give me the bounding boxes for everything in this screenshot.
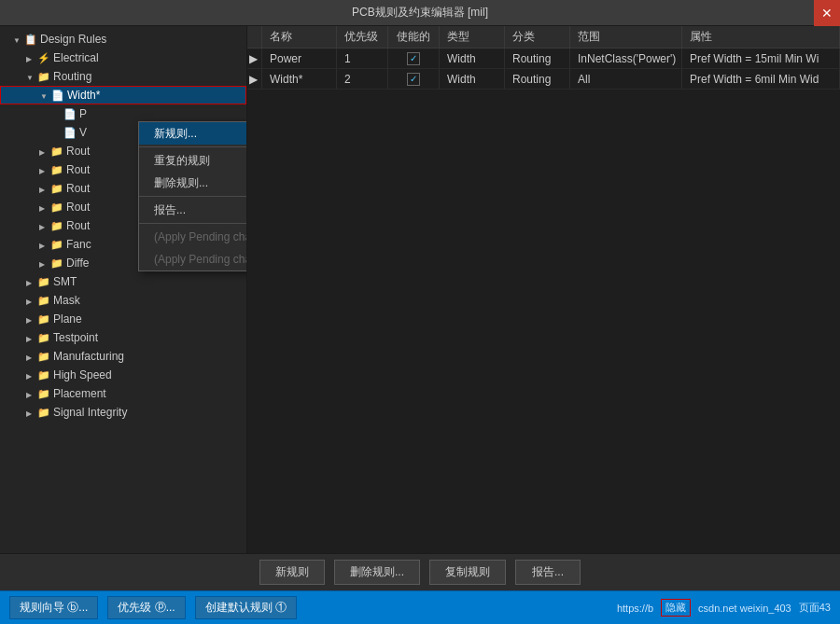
arrow-signal-integrity [26, 408, 35, 417]
testpoint-icon: 📁 [37, 332, 50, 343]
width-icon: 📄 [51, 90, 64, 101]
arrow-rout2 [39, 165, 49, 174]
table-row[interactable]: ▶ Power 1 Width Routing InNetClass('Powe… [247, 49, 840, 69]
arrow-routing [26, 72, 35, 81]
signal-integrity-icon: 📁 [37, 407, 50, 418]
main-content: 📋 Design Rules ⚡ Electrical 📁 Routing 📄 … [0, 26, 840, 553]
header-priority[interactable]: 优先级 [337, 26, 388, 48]
context-menu-sep2 [139, 196, 247, 197]
create-default-rules-button[interactable]: 创建默认规则 ① [195, 596, 297, 619]
row2-attr: Pref Width = 6mil Min Wid [682, 69, 840, 89]
context-menu-delete-rule[interactable]: 删除规则... [139, 172, 247, 194]
diffe-icon: 📁 [50, 257, 63, 269]
tree-item-smt[interactable]: 📁 SMT [0, 272, 246, 291]
context-menu-import-rules: (Apply Pending changes first) Import Rul… [139, 248, 247, 270]
delete-rule-button[interactable]: 删除规则... [334, 560, 420, 585]
row1-priority: 1 [337, 49, 388, 68]
tree-item-mask[interactable]: 📁 Mask [0, 291, 246, 310]
rule-wizard-button[interactable]: 规则向导 ⓑ... [9, 596, 98, 619]
status-url-red[interactable]: 隐藏 [661, 599, 691, 617]
rout5-icon: 📁 [50, 220, 63, 231]
tree-item-testpoint[interactable]: 📁 Testpoint [0, 328, 246, 347]
table-row[interactable]: ▶ Width* 2 Width Routing All Pref Width … [247, 69, 840, 90]
tree-item-signal-integrity[interactable]: 📁 Signal Integrity [0, 403, 246, 422]
tree-item-electrical[interactable]: ⚡ Electrical [0, 49, 246, 67]
context-menu-export-rules: (Apply Pending changes first) Export Rul… [139, 226, 247, 248]
row1-checkbox[interactable] [407, 52, 420, 65]
header-name: 名称 [262, 26, 337, 48]
tree-item-placement[interactable]: 📁 Placement [0, 384, 246, 403]
copy-rule-button[interactable]: 复制规则 [429, 560, 506, 585]
width-p-icon: 📄 [63, 108, 77, 119]
new-rule-button[interactable]: 新规则 [259, 560, 325, 585]
row1-enabled [388, 49, 440, 68]
report-button[interactable]: 报告... [515, 560, 581, 585]
arrow-rout4 [39, 202, 49, 212]
placement-icon: 📁 [37, 388, 50, 399]
context-menu-new-rule[interactable]: 新规则... [139, 122, 247, 145]
context-menu-sep1 [139, 146, 247, 147]
tree-item-routing[interactable]: 📁 Routing [0, 67, 246, 86]
arrow-design-rules [13, 35, 22, 44]
row2-priority: 2 [337, 69, 388, 89]
header-type: 类型 [440, 26, 505, 48]
header-icon [247, 26, 262, 48]
arrow-smt [26, 277, 35, 286]
arrow-width-v [52, 128, 62, 137]
header-scope: 范围 [570, 26, 682, 48]
tree-item-manufacturing[interactable]: 📁 Manufacturing [0, 347, 246, 366]
arrow-fanc [39, 240, 49, 249]
table-header: 名称 优先级 使能的 类型 分类 范围 属性 [247, 26, 840, 49]
row1-scope: InNetClass('Power') [570, 49, 682, 68]
row1-type: Width [440, 49, 505, 68]
tree-item-width[interactable]: 📄 Width* [0, 86, 246, 104]
tree-item-plane[interactable]: 📁 Plane [0, 310, 246, 328]
context-menu-duplicate-rule[interactable]: 重复的规则 [139, 149, 247, 172]
width-v-icon: 📄 [63, 127, 77, 138]
arrow-rout1 [39, 146, 49, 156]
row1-icon: ▶ [247, 49, 262, 68]
tree-panel: 📋 Design Rules ⚡ Electrical 📁 Routing 📄 … [0, 26, 247, 553]
arrow-electrical [26, 53, 35, 62]
row2-icon: ▶ [247, 69, 262, 89]
window-title: PCB规则及约束编辑器 [mil] [352, 5, 488, 21]
close-button[interactable]: ✕ [814, 0, 840, 26]
context-menu-report[interactable]: 报告... [139, 199, 247, 221]
context-menu-sep3 [139, 223, 247, 224]
electrical-icon: ⚡ [37, 52, 50, 63]
status-page-info: 页面43 [799, 601, 831, 615]
title-bar: PCB规则及约束编辑器 [mil] ✕ [0, 0, 840, 26]
tree-item-design-rules[interactable]: 📋 Design Rules [0, 30, 246, 49]
fanc-icon: 📁 [50, 239, 63, 250]
row1-name: Power [262, 49, 337, 68]
right-panel: 名称 优先级 使能的 类型 分类 范围 属性 ▶ Power 1 Width R… [247, 26, 840, 553]
rout4-icon: 📁 [50, 201, 63, 213]
arrow-rout3 [39, 184, 49, 193]
routing-icon: 📁 [37, 71, 50, 82]
header-category: 分类 [505, 26, 570, 48]
row2-scope: All [570, 69, 682, 89]
arrow-high-speed [26, 370, 35, 380]
arrow-width [40, 90, 49, 100]
high-speed-icon: 📁 [37, 369, 50, 381]
arrow-width-p [52, 109, 62, 118]
arrow-rout5 [39, 221, 49, 230]
design-rules-icon: 📋 [24, 34, 37, 45]
arrow-mask [26, 296, 35, 305]
tree-item-width-p[interactable]: 📄 P [0, 104, 246, 123]
arrow-testpoint [26, 333, 35, 342]
arrow-plane [26, 314, 35, 324]
rout2-icon: 📁 [50, 164, 63, 175]
mask-icon: 📁 [37, 295, 50, 306]
status-url-rest: csdn.net weixin_403 [698, 603, 791, 614]
manufacturing-icon: 📁 [37, 351, 50, 362]
bottom-toolbar: 新规则 删除规则... 复制规则 报告... [0, 553, 840, 590]
row2-checkbox[interactable] [407, 73, 420, 86]
priority-button[interactable]: 优先级 ⓟ... [107, 596, 185, 619]
tree-item-high-speed[interactable]: 📁 High Speed [0, 366, 246, 384]
row2-category: Routing [505, 69, 570, 89]
rout1-icon: 📁 [50, 146, 63, 157]
smt-icon: 📁 [37, 276, 50, 287]
context-menu: 新规则... 重复的规则 删除规则... 报告... (Apply Pendin… [138, 121, 247, 271]
row2-type: Width [440, 69, 505, 89]
